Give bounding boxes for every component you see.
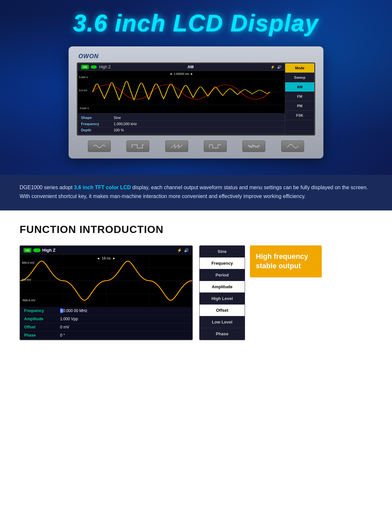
- mini-label-amp: Amplitude: [24, 317, 60, 321]
- screen-header: ON High Z AM ⚡ 🔊: [78, 63, 285, 71]
- side-item-sine[interactable]: Sine: [200, 246, 245, 258]
- main-title: 3.6 inch LCD Display: [20, 10, 372, 37]
- mini-volt-neg: -500.0 mV: [22, 299, 36, 302]
- mini-header-left: ON High Z: [24, 248, 56, 253]
- desc-highlight: 3.6 inch TFT color LCD: [74, 185, 131, 190]
- on-badge: ON: [81, 65, 89, 69]
- param-value-freq: 1.000,000 kHz: [114, 122, 137, 126]
- device-top-bar: OWON: [77, 53, 315, 60]
- mini-icons: ⚡ 🔊: [177, 248, 189, 253]
- side-item-offset[interactable]: Offset: [200, 305, 245, 316]
- speaker-icon: 🔊: [277, 65, 282, 69]
- mini-usb-icon: ⚡: [177, 248, 182, 253]
- param-value-shape: Sine: [114, 116, 121, 120]
- mini-value-freq: 60.000 00 MHz: [60, 308, 87, 313]
- side-item-phase[interactable]: Phase: [200, 328, 245, 340]
- mini-label-phase: Phase: [24, 333, 60, 338]
- param-row-freq: Frequency 1.000,000 kHz: [78, 121, 285, 127]
- side-item-high-level[interactable]: High Level: [200, 293, 245, 305]
- description-text: DGE1000 series adopt 3.6 inch TFT color …: [20, 183, 372, 201]
- side-item-amplitude[interactable]: Amplitude: [200, 281, 245, 293]
- mini-param-offset: Offset 0 mV: [20, 323, 192, 331]
- side-item-period[interactable]: Period: [200, 269, 245, 281]
- mini-param-freq: Frequency 60.000 00 MHz: [20, 307, 192, 315]
- menu-pm[interactable]: PM: [285, 101, 314, 111]
- wave-btn-ramp[interactable]: [165, 141, 188, 152]
- param-label-depth: Depth: [81, 128, 114, 132]
- param-value-depth: 100 %: [114, 128, 124, 132]
- screen-main: ON High Z AM ⚡ 🔊 ◄ 1.00000: [78, 63, 285, 135]
- param-label-freq: Frequency: [81, 122, 114, 126]
- right-panels: Sine Frequency Period Amplitude High Lev…: [199, 245, 322, 340]
- menu-am[interactable]: AM: [285, 82, 314, 92]
- mini-speaker-icon: 🔊: [184, 248, 189, 253]
- mini-param-amp: Amplitude 1.000 Vpp: [20, 315, 192, 323]
- mini-params: Frequency 60.000 00 MHz Amplitude 1.000 …: [20, 307, 192, 340]
- menu-fsk[interactable]: FSK: [285, 111, 314, 120]
- orange-box-text: High frequency stable output: [256, 252, 316, 271]
- mini-waveform-area: ◄ 16 ns ► 500.0 mV 0.0 mV -500.0 mV: [20, 255, 192, 307]
- param-row-shape: Shape Sine: [78, 115, 285, 121]
- side-item-frequency[interactable]: Frequency: [200, 258, 245, 269]
- section-title: FUNCTION INTRODUCTION: [20, 224, 372, 236]
- mini-toggle: [33, 248, 41, 252]
- mini-time-label: ◄ 16 ns ►: [97, 256, 116, 260]
- mini-screen-header: ON High Z ⚡ 🔊: [20, 246, 192, 255]
- wave-btn-arb[interactable]: [281, 141, 304, 152]
- mini-volt-pos: 500.0 mV: [22, 261, 35, 264]
- mini-screen: ON High Z ⚡ 🔊 ◄ 16 ns ► 500.0: [20, 245, 193, 340]
- mode-label: AM: [188, 65, 194, 69]
- side-panel-menu: Sine Frequency Period Amplitude High Lev…: [199, 245, 245, 340]
- func-content: ON High Z ⚡ 🔊 ◄ 16 ns ► 500.0: [20, 245, 372, 340]
- wave-btn-sine[interactable]: [88, 141, 111, 152]
- screen-header-left: ON High Z: [81, 65, 111, 69]
- mini-param-phase: Phase 0 °: [20, 331, 192, 340]
- device-body: OWON ON High Z AM ⚡ 🔊: [69, 46, 323, 158]
- menu-fm[interactable]: FM: [285, 92, 314, 101]
- screen-params: Shape Sine Frequency 1.000,000 kHz Depth…: [78, 113, 285, 135]
- brand-logo: OWON: [78, 53, 99, 60]
- param-label-shape: Shape: [81, 116, 114, 120]
- screen-side-menu: Mode Sweep AM FM PM FSK: [285, 63, 314, 135]
- mini-channel: High Z: [42, 248, 56, 253]
- orange-box: High frequency stable output: [250, 245, 322, 277]
- mini-screen-wrap: ON High Z ⚡ 🔊 ◄ 16 ns ► 500.0: [20, 245, 193, 340]
- function-section: FUNCTION INTRODUCTION ON High Z ⚡ 🔊: [0, 210, 392, 357]
- toggle-switch: [91, 65, 97, 69]
- func-right: Sine Frequency Period Amplitude High Lev…: [199, 245, 322, 340]
- description-section: DGE1000 series adopt 3.6 inch TFT color …: [0, 175, 392, 210]
- mini-waveform-svg: [20, 255, 192, 307]
- menu-mode[interactable]: Mode: [285, 63, 314, 73]
- wave-btn-pulse[interactable]: [204, 141, 227, 152]
- screen-header-right: ⚡ 🔊: [270, 65, 282, 69]
- desc-prefix: DGE1000 series adopt: [20, 185, 74, 190]
- device-waveform-buttons: [77, 141, 315, 152]
- side-item-low-level[interactable]: Low Level: [200, 316, 245, 328]
- wave-btn-noise[interactable]: [242, 141, 265, 152]
- mini-value-offset: 0 mV: [60, 325, 69, 329]
- device-container: OWON ON High Z AM ⚡ 🔊: [20, 46, 372, 158]
- mini-value-phase: 0 °: [60, 333, 65, 338]
- mini-on-badge: ON: [24, 248, 31, 253]
- mini-value-amp: 1.000 Vpp: [60, 317, 78, 321]
- wave-btn-square[interactable]: [126, 141, 149, 152]
- channel-label: High Z: [99, 65, 111, 69]
- param-row-depth: Depth 100 %: [78, 127, 285, 133]
- mini-label-freq: Frequency: [24, 308, 60, 313]
- waveform-area: ◄ 1.00000 ms ► 5.000 V 0.0 mV -5.000 V: [78, 71, 285, 113]
- mini-label-offset: Offset: [24, 325, 60, 329]
- top-section: 3.6 inch LCD Display OWON ON High Z AM: [0, 0, 392, 175]
- freq-cursor: 6: [60, 308, 63, 313]
- mini-volt-mid: 0.0 mV: [22, 278, 31, 281]
- screen-area: ON High Z AM ⚡ 🔊 ◄ 1.00000: [77, 62, 315, 136]
- menu-sweep[interactable]: Sweep: [285, 73, 314, 82]
- usb-icon: ⚡: [270, 65, 275, 69]
- waveform-svg: [78, 71, 285, 113]
